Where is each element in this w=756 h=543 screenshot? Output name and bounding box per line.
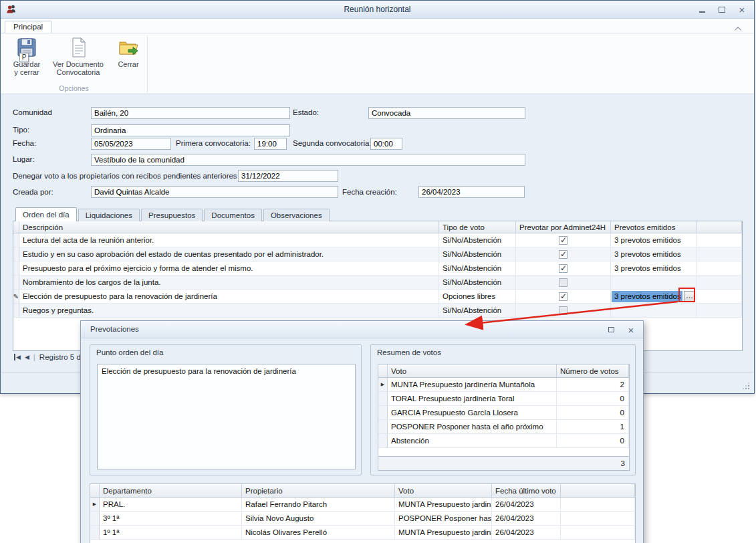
header-propietario[interactable]: Propietario	[242, 484, 395, 498]
prevotar-checkbox[interactable]	[559, 250, 568, 259]
header-tipo-voto[interactable]: Tipo de voto	[439, 221, 516, 233]
cell-num-votos[interactable]: 0	[557, 406, 629, 420]
cell-tipo-voto[interactable]: Si/No/Abstención	[439, 233, 516, 247]
cell-descripcion[interactable]: Ruegos y preguntas.	[19, 304, 439, 318]
cell-voto[interactable]: POSPONER Posponer hasta...	[395, 512, 492, 526]
cell-voto[interactable]: GARCIA Presupuesto García Llosera	[388, 406, 557, 420]
header-departamento[interactable]: Departamento	[100, 484, 242, 498]
prevotar-checkbox[interactable]	[559, 264, 568, 273]
header-numero-votos[interactable]: Número de votos	[557, 364, 629, 378]
resumen-row[interactable]: ▶ MUNTA Presupuesto jardinería Muntañola…	[378, 378, 629, 392]
cell-fecha[interactable]: 26/04/2023	[492, 526, 561, 540]
cell-tipo-voto[interactable]: Opciones libres	[439, 290, 516, 304]
cell-prevotar[interactable]	[516, 276, 611, 290]
cell-propietario[interactable]: Rafael Ferrando Pitarch	[242, 498, 395, 512]
lugar-field[interactable]: Vestíbulo de la comunidad	[91, 154, 525, 166]
cell-departamento[interactable]: 1º 1ª	[100, 526, 242, 540]
close-button[interactable]: ×	[733, 3, 751, 16]
prevotar-checkbox[interactable]	[559, 236, 568, 245]
cell-num-votos[interactable]: 1	[557, 420, 629, 434]
resumen-row[interactable]: Abstención 0	[378, 434, 629, 448]
cell-departamento[interactable]: 3º 1ª	[100, 512, 242, 526]
dialog-close-button[interactable]: ×	[623, 324, 639, 336]
table-row[interactable]: Estudio y en su caso aprobación del esta…	[13, 247, 742, 261]
detail-row[interactable]: 1º 1ª Nicolás Olivares Perelló MUNTA Pre…	[90, 526, 635, 540]
cell-descripcion[interactable]: Nombramiento de los cargos de la junta.	[19, 276, 439, 290]
cell-prevotos[interactable]: 3 prevotos emitidos	[611, 247, 697, 261]
header-prevotos[interactable]: Prevotos emitidos	[611, 221, 697, 233]
view-document-button[interactable]: Ver Documento Convocatoria	[47, 37, 109, 76]
cell-descripcion[interactable]: Lectura del acta de la reunión anterior.	[19, 233, 439, 247]
denegar-voto-field[interactable]: 31/12/2022	[238, 170, 338, 182]
segunda-convocatoria-field[interactable]: 00:00	[370, 138, 402, 150]
prevotar-checkbox[interactable]	[559, 278, 568, 287]
prevotar-checkbox[interactable]	[559, 306, 568, 315]
dialog-restore-button[interactable]	[603, 324, 619, 336]
prevotos-selected-editor[interactable]: 3 prevotos emitidos	[612, 291, 682, 302]
creada-por-field[interactable]: David Quintas Alcalde	[91, 186, 338, 198]
cell-propietario[interactable]: Nicolás Olivares Perelló	[242, 526, 395, 540]
cell-voto[interactable]: MUNTA Presupuesto jardin...	[395, 526, 492, 540]
cell-prevotar[interactable]	[516, 233, 611, 247]
titlebar[interactable]: Reunión horizontal ×	[1, 1, 754, 19]
punto-orden-memo[interactable]: Elección de presupuesto para la renovaci…	[97, 364, 356, 469]
header-fecha-ultimo-voto[interactable]: Fecha último voto	[492, 484, 561, 498]
fecha-creacion-field[interactable]: 26/04/2023	[418, 186, 525, 198]
comunidad-field[interactable]: Bailén, 20	[91, 107, 290, 119]
first-record-button[interactable]: ◀	[14, 354, 21, 360]
cell-prevotar[interactable]	[516, 304, 611, 318]
cell-num-votos[interactable]: 2	[557, 378, 629, 392]
cell-num-votos[interactable]: 0	[557, 392, 629, 406]
cell-voto[interactable]: TORAL Presupuesto jardinería Toral	[388, 392, 557, 406]
cell-fecha[interactable]: 26/04/2023	[492, 512, 561, 526]
tab-presupuestos[interactable]: Presupuestos	[141, 209, 203, 221]
cell-prevotar[interactable]	[516, 290, 611, 304]
header-prevotar[interactable]: Prevotar por Adminet24H	[516, 221, 611, 233]
cell-propietario[interactable]: Silvia Novo Augusto	[242, 512, 395, 526]
cell-descripcion[interactable]: Elección de presupuesto para la renovaci…	[19, 290, 439, 304]
collapse-ribbon-button[interactable]	[733, 24, 745, 33]
cell-descripcion[interactable]: Estudio y en su caso aprobación del esta…	[19, 247, 439, 261]
estado-field[interactable]: Convocada	[368, 107, 525, 119]
primera-convocatoria-field[interactable]: 19:00	[254, 138, 287, 150]
table-row[interactable]: Ruegos y preguntas. Si/No/Abstención	[13, 304, 742, 318]
resumen-row[interactable]: POSPONER Posponer hasta el año próximo 1	[378, 420, 629, 434]
cell-prevotos[interactable]	[611, 304, 697, 318]
table-row[interactable]: Presupuesto para el próximo ejercicio y …	[13, 261, 742, 276]
tab-liquidaciones[interactable]: Liquidaciones	[78, 209, 140, 221]
header-voto[interactable]: Voto	[395, 484, 492, 498]
tab-documentos[interactable]: Documentos	[204, 209, 262, 221]
table-row-selected[interactable]: ✎ Elección de presupuesto para la renova…	[13, 290, 742, 304]
tab-orden-del-dia[interactable]: Orden del día	[15, 207, 77, 221]
fecha-field[interactable]: 05/05/2023	[91, 138, 171, 150]
tab-observaciones[interactable]: Observaciones	[263, 209, 330, 221]
detail-row[interactable]: 3º 1ª Silvia Novo Augusto POSPONER Pospo…	[90, 512, 635, 526]
cell-voto[interactable]: MUNTA Presupuesto jardin...	[395, 498, 492, 512]
cell-num-votos[interactable]: 0	[557, 434, 629, 448]
cell-prevotos[interactable]: 3 prevotos emitidos	[611, 261, 697, 276]
cell-tipo-voto[interactable]: Si/No/Abstención	[439, 261, 516, 276]
detail-row[interactable]: ▶ PRAL. Rafael Ferrando Pitarch MUNTA Pr…	[90, 498, 635, 512]
minimize-button[interactable]	[692, 3, 711, 16]
table-row[interactable]: Lectura del acta de la reunión anterior.…	[13, 233, 742, 247]
resumen-row[interactable]: GARCIA Presupuesto García Llosera 0	[378, 406, 629, 420]
cell-departamento[interactable]: PRAL.	[100, 498, 242, 512]
cell-prevotar[interactable]	[516, 261, 611, 276]
cell-prevotar[interactable]	[516, 247, 611, 261]
cell-prevotos[interactable]: 3 prevotos emitidos	[611, 233, 697, 247]
tipo-field[interactable]: Ordinaria	[91, 124, 290, 136]
cell-fecha[interactable]: 26/04/2023	[492, 498, 561, 512]
cell-tipo-voto[interactable]: Si/No/Abstención	[439, 247, 516, 261]
header-voto[interactable]: Voto	[388, 364, 557, 378]
cell-voto[interactable]: POSPONER Posponer hasta el año próximo	[388, 420, 557, 434]
resumen-row[interactable]: TORAL Presupuesto jardinería Toral 0	[378, 392, 629, 406]
cerrar-button[interactable]: Cerrar	[112, 37, 145, 68]
cell-tipo-voto[interactable]: Si/No/Abstención	[439, 276, 516, 290]
dialog-titlebar[interactable]: Prevotaciones ×	[81, 321, 643, 338]
cell-voto[interactable]: MUNTA Presupuesto jardinería Muntañola	[388, 378, 557, 392]
cell-descripcion[interactable]: Presupuesto para el próximo ejercicio y …	[19, 261, 439, 276]
cell-voto[interactable]: Abstención	[388, 434, 557, 448]
resize-grip[interactable]	[741, 381, 749, 389]
prevotar-checkbox[interactable]	[559, 292, 568, 301]
table-row[interactable]: Nombramiento de los cargos de la junta. …	[13, 276, 742, 290]
